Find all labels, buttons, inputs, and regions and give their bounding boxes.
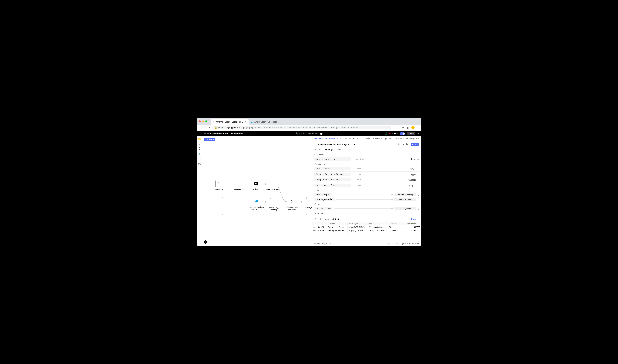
io-row[interactable]: cohere_outputcohere_output⌄: [314, 206, 419, 211]
reload-button[interactable]: ⟳: [208, 126, 210, 129]
close-icon[interactable]: ×: [381, 137, 382, 140]
docs-button[interactable]: Docs: [412, 218, 419, 221]
console-tab-input[interactable]: Input: [325, 218, 329, 221]
io-row[interactable]: cohere_inputssalesforce_testing⌄: [314, 192, 419, 197]
next-page-icon[interactable]: ›: [394, 242, 395, 245]
table-cell: 0001UVmP9…: [312, 225, 328, 229]
node-webhook-table[interactable]: webhook: [230, 180, 245, 191]
column-header[interactable]: text: [368, 222, 388, 225]
subtab-code[interactable]: Code: [336, 147, 341, 152]
run-button[interactable]: Run: [411, 143, 419, 146]
io-slider[interactable]: [336, 199, 393, 200]
panel-tab[interactable]: patterns/cohere-classify@v2×: [312, 136, 343, 141]
panel-icon[interactable]: ▢: [198, 163, 201, 166]
close-icon[interactable]: ×: [418, 137, 419, 140]
column-header[interactable]: Subject: [328, 222, 348, 225]
panel-tab[interactable]: cohere_output×: [343, 136, 361, 141]
help-button[interactable]: ?: [204, 240, 207, 244]
active-toggle[interactable]: [400, 132, 405, 135]
branch-icon[interactable]: ⑂: [198, 143, 201, 145]
files-icon[interactable]: 📁: [198, 137, 201, 140]
parameter-row[interactable]: Auto Truncatebooltrue⌄: [314, 166, 419, 171]
table-row[interactable]: 0001UVmP9…We are out of paper01gnjy3y304…: [312, 225, 421, 229]
table-row[interactable]: 0001UVmPJ…Having issues with o…01gnjy3y3…: [312, 229, 421, 233]
node-cohere-output[interactable]: cohere_output: [302, 198, 312, 209]
connection-row[interactable]: cohere_connection connection cohere ⌄: [314, 156, 419, 162]
database-icon[interactable]: 🗄: [198, 147, 201, 150]
tab-text: patterns/salesforce-import-soql@v1: [385, 138, 417, 140]
node-salesforce-testing[interactable]: salesforce_testing: [266, 180, 281, 191]
io-slider[interactable]: [334, 208, 393, 209]
maximize-window-icon[interactable]: [205, 120, 207, 122]
node-webhook-trigger[interactable]: webhook: [212, 180, 227, 191]
close-tab-icon[interactable]: ×: [245, 121, 246, 123]
copy-icon[interactable]: ⧉: [398, 143, 400, 146]
console-tab-output[interactable]: Output: [332, 218, 339, 221]
sidepanel-icon[interactable]: ◧: [406, 126, 409, 129]
run-status-icon[interactable]: [385, 132, 387, 135]
browser-tab-patterns[interactable]: ◑ Patterns | Graph | Salesforce C ×: [211, 119, 248, 125]
share-button[interactable]: Share: [407, 132, 415, 135]
patterns-logo-icon[interactable]: ▸: [198, 132, 202, 135]
close-tab-icon[interactable]: ×: [279, 121, 280, 123]
search-components[interactable]: 🔍 Search Components /: [296, 132, 322, 135]
parameter-row[interactable]: Input Text ColumntextSubject⌄: [314, 182, 419, 188]
node-salesforce-import[interactable]: patterns/salesforce-import-soql@v1: [248, 198, 265, 210]
forward-button[interactable]: →: [203, 126, 206, 129]
minimize-window-icon[interactable]: [202, 120, 204, 122]
io-row[interactable]: cohere_examplessalesforce_training⌄: [314, 197, 419, 202]
first-page-icon[interactable]: ⇤: [388, 242, 390, 245]
extensions-icon[interactable]: ✦: [402, 126, 404, 129]
param-value: cohere: [366, 158, 417, 160]
parameter-row[interactable]: Example Text ColumntextSubject⌄: [314, 177, 419, 182]
delete-icon[interactable]: 🗑: [406, 143, 408, 146]
panel-tab[interactable]: salesforce_training×: [361, 136, 384, 141]
panel-tab[interactable]: webhook×: [421, 136, 421, 141]
param-type: text: [351, 173, 366, 175]
subtab-readme[interactable]: Readme: [314, 147, 322, 152]
section-heading: Outputs: [314, 203, 419, 206]
bookmark-icon[interactable]: ☆: [397, 126, 399, 129]
io-slider[interactable]: [334, 195, 393, 195]
last-page-icon[interactable]: ⇥: [396, 242, 398, 245]
column-header[interactable]: confidence: [406, 222, 421, 225]
table-icon: [270, 198, 277, 206]
external-link-icon[interactable]: ↗: [353, 143, 355, 146]
prev-page-icon[interactable]: ‹: [392, 242, 392, 245]
history-icon[interactable]: ↺: [198, 157, 201, 160]
parameter-row[interactable]: Example Category ColumntextType⌄: [314, 171, 419, 177]
back-button[interactable]: ←: [198, 126, 201, 129]
node-label: patterns/cohere-classify@v2: [284, 206, 299, 210]
console-tab-console[interactable]: Console: [314, 218, 322, 221]
column-header[interactable]: prediction: [388, 222, 406, 225]
close-icon[interactable]: ×: [340, 137, 342, 140]
node-salesforce-training[interactable]: salesforce_ training: [266, 198, 281, 211]
profile-avatar[interactable]: [411, 126, 415, 129]
io-name: cohere_output: [314, 207, 332, 210]
python-icon: PY: [252, 180, 260, 187]
recording-icon[interactable]: [389, 133, 391, 134]
new-tab-button[interactable]: +: [284, 121, 285, 125]
column-header[interactable]: patterns_id: [348, 222, 368, 225]
page-size-select[interactable]: 200 ⌄: [329, 242, 334, 245]
share-icon[interactable]: ⤴: [394, 126, 395, 129]
close-window-icon[interactable]: [199, 120, 201, 122]
node-cohere-classify[interactable]: patterns/cohere-classify@v2: [284, 198, 299, 210]
subtab-settings[interactable]: Settings: [325, 147, 333, 152]
add-node-button[interactable]: + Add A: [204, 138, 216, 141]
settings-icon[interactable]: ⚙: [417, 132, 420, 135]
panel-title: patterns/cohere-classify@v2: [317, 143, 352, 146]
browser-tab-salesforce[interactable]: ☁ Dunder Mifflin | Salesforce ×: [248, 119, 282, 125]
link-icon[interactable]: 🔗: [198, 153, 201, 156]
node-python[interactable]: PY python: [248, 180, 264, 190]
tab-overflow-icon[interactable]: ⌄: [417, 120, 419, 123]
patterns-favicon-icon: ◑: [213, 121, 214, 123]
breadcrumb[interactable]: marty / Salesforce Case Classification: [204, 132, 243, 135]
column-header[interactable]: [312, 222, 328, 225]
url-input[interactable]: 🔒 studio-staging.patterns.app/graph/jd5d…: [212, 126, 391, 130]
close-icon[interactable]: ×: [358, 137, 360, 140]
kebab-menu-icon[interactable]: ⋮: [417, 126, 420, 129]
panel-tab[interactable]: patterns/salesforce-import-soql@v1×: [384, 136, 421, 141]
graph-canvas[interactable]: + Add A webhook webhook PY python: [202, 136, 312, 246]
refresh-icon[interactable]: ⟳: [401, 143, 404, 146]
